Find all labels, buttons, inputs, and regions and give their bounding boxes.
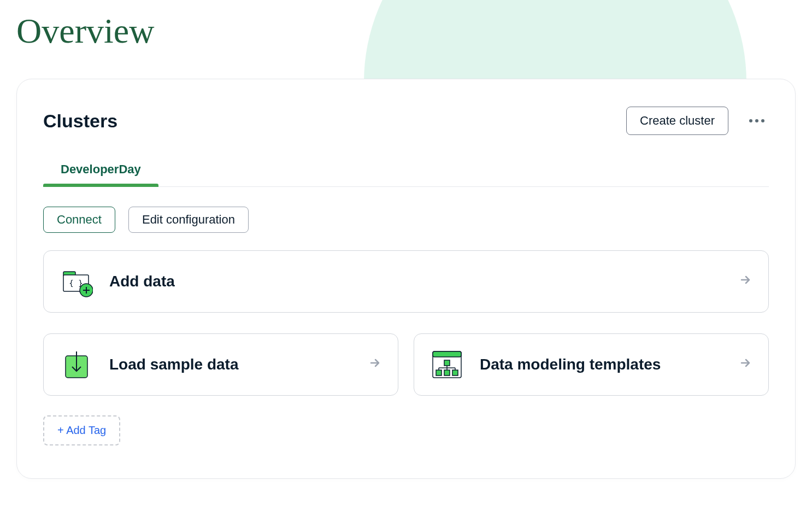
add-data-tile[interactable]: { } Add data (43, 250, 769, 313)
arrow-right-icon (368, 356, 381, 373)
arrow-right-icon (739, 356, 752, 373)
svg-rect-10 (444, 360, 450, 366)
create-cluster-button[interactable]: Create cluster (626, 107, 728, 135)
data-modeling-label: Data modeling templates (480, 356, 661, 373)
arrow-right-icon (739, 273, 752, 290)
cluster-tabs: DeveloperDay (43, 162, 769, 187)
edit-configuration-button[interactable]: Edit configuration (128, 207, 249, 233)
folder-plus-icon: { } (60, 265, 93, 298)
svg-rect-12 (444, 370, 450, 376)
svg-rect-9 (433, 351, 461, 357)
load-sample-label: Load sample data (109, 356, 239, 373)
tab-developerday[interactable]: DeveloperDay (43, 162, 158, 186)
svg-rect-13 (452, 370, 458, 376)
download-icon (60, 348, 93, 381)
action-buttons: Connect Edit configuration (43, 207, 769, 233)
clusters-title: Clusters (43, 110, 117, 132)
add-tag-button[interactable]: + Add Tag (43, 415, 120, 445)
clusters-card: Clusters Create cluster DeveloperDay Con… (16, 79, 796, 479)
connect-button[interactable]: Connect (43, 207, 115, 233)
more-options-icon[interactable] (745, 115, 769, 127)
add-data-label: Add data (109, 273, 175, 290)
diagram-icon (431, 348, 463, 381)
svg-rect-11 (436, 370, 442, 376)
card-header: Clusters Create cluster (43, 107, 769, 135)
header-actions: Create cluster (626, 107, 769, 135)
data-modeling-templates-tile[interactable]: Data modeling templates (414, 333, 769, 396)
page-title: Overview (0, 0, 812, 51)
load-sample-data-tile[interactable]: Load sample data (43, 333, 398, 396)
